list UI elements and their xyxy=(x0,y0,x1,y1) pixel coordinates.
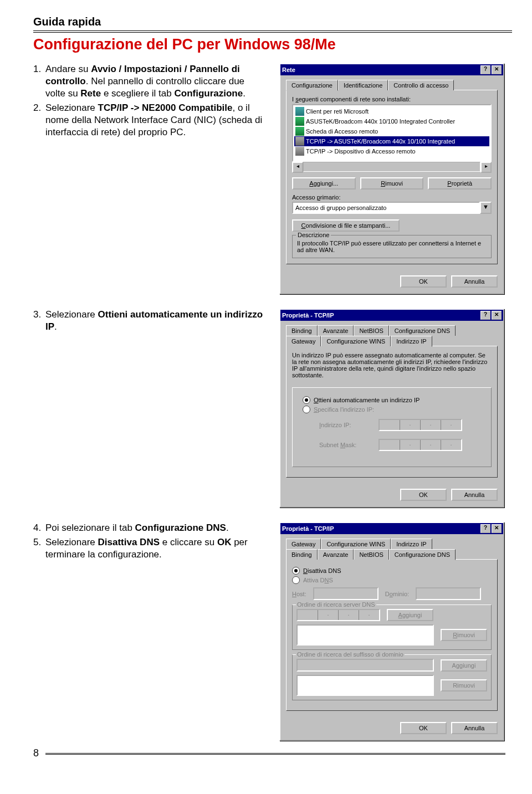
remove-button[interactable]: Rimuovi xyxy=(360,177,424,189)
description-text: Il protocollo TCP/IP può essere utilizza… xyxy=(297,240,487,253)
dialog-tcpip-dns: Proprietà - TCP/IP ? ✕ Gateway Configura… xyxy=(279,522,504,741)
scroll-right[interactable]: ▸ xyxy=(480,162,492,173)
installed-components-label: I seguenti componenti di rete sono insta… xyxy=(292,96,492,103)
dialog-title: Proprietà - TCP/IP xyxy=(282,525,334,532)
nic-icon xyxy=(295,117,304,126)
tab-controllo-accesso[interactable]: Controllo di accesso xyxy=(388,80,454,90)
help-button[interactable]: ? xyxy=(480,311,490,320)
help-button[interactable]: ? xyxy=(480,65,490,74)
dialog-title: Proprietà - TCP/IP xyxy=(282,312,334,319)
subnet-mask-field: ... xyxy=(378,439,462,451)
host-field xyxy=(313,587,378,600)
tab-netbios[interactable]: NetBIOS xyxy=(354,325,388,336)
domain-field xyxy=(416,587,481,600)
step-1: 1.Andare su Avvio / Impostazioni / Panne… xyxy=(33,63,264,100)
dns-remove-button: Rimuovi xyxy=(441,629,487,641)
dns-order-label: Ordine di ricerca server DNS xyxy=(296,601,376,608)
tcpip-icon xyxy=(295,147,304,156)
radio-enable-dns[interactable]: Attiva DNS xyxy=(292,576,492,584)
page-number: 8 xyxy=(33,747,505,759)
ok-button[interactable]: OK xyxy=(400,489,447,501)
close-button[interactable]: ✕ xyxy=(492,524,502,533)
description-label: Descrizione xyxy=(296,232,331,238)
ip-address-field: ... xyxy=(378,419,462,431)
ok-button[interactable]: OK xyxy=(400,275,447,288)
client-icon xyxy=(295,107,304,116)
ip-intro-text: Un indirizzo IP può essere assegnato aut… xyxy=(292,352,492,378)
scroll-left[interactable]: ◂ xyxy=(292,162,303,173)
tab-binding[interactable]: Binding xyxy=(286,325,318,336)
dialog-rete: Rete ? ✕ Configurazione Identificazione … xyxy=(279,63,504,294)
suffix-add-button: Aggiungi xyxy=(441,659,487,672)
primary-access-label: Accesso primario: xyxy=(292,194,492,201)
tab-gateway[interactable]: Gateway xyxy=(286,539,321,549)
tab-binding[interactable]: Binding xyxy=(286,549,318,560)
suffix-field xyxy=(296,659,434,672)
ip-address-label: Indirizzo IP: xyxy=(319,422,372,428)
cancel-button[interactable]: Annulla xyxy=(451,489,498,501)
dns-add-button: Aggiungi xyxy=(387,609,433,621)
tab-indirizzo-ip[interactable]: Indirizzo IP xyxy=(391,336,432,347)
dialog-tcpip-ip: Proprietà - TCP/IP ? ✕ Binding Avanzate … xyxy=(279,309,504,508)
help-button[interactable]: ? xyxy=(480,524,490,533)
host-label: Host: xyxy=(292,591,306,597)
tab-avanzate[interactable]: Avanzate xyxy=(318,549,354,560)
suffix-order-label: Ordine di ricerca del suffisso di domini… xyxy=(296,651,405,658)
cancel-button[interactable]: Annulla xyxy=(451,722,498,734)
suffix-remove-button: Rimuovi xyxy=(441,679,487,691)
primary-access-combo[interactable]: Accesso di gruppo personalizzato ▼ xyxy=(292,202,492,214)
close-button[interactable]: ✕ xyxy=(492,311,502,320)
tab-config-wins[interactable]: Configurazione WINS xyxy=(321,336,391,346)
tab-identificazione[interactable]: Identificazione xyxy=(338,80,388,90)
tab-config-wins[interactable]: Configurazione WINS xyxy=(321,539,391,549)
radio-disable-dns[interactable]: Disattiva DNS xyxy=(292,567,492,575)
dialup-icon xyxy=(295,127,304,136)
tab-configurazione[interactable]: Configurazione xyxy=(286,80,338,91)
dropdown-arrow-icon[interactable]: ▼ xyxy=(480,202,492,214)
subnet-mask-label: Subnet Mask: xyxy=(319,442,372,448)
scroll-track[interactable] xyxy=(303,162,480,172)
dialog-title: Rete xyxy=(282,66,295,73)
dns-ip-field: ... xyxy=(296,609,380,621)
step-3: 3.Selezionare Ottieni automaticamente un… xyxy=(33,309,264,333)
page-header: Guida rapida xyxy=(33,16,512,33)
step-5: 5.Selezionare Disattiva DNS e cliccare s… xyxy=(33,536,264,561)
step-2: 2.Selezionare TCP/IP -> NE2000 Compatibi… xyxy=(33,102,264,139)
step-4: 4.Poi selezionare il tab Configurazione … xyxy=(33,522,264,534)
add-button[interactable]: Aggiungi... xyxy=(292,177,356,189)
tcpip-icon xyxy=(295,137,304,146)
tab-indirizzo-ip[interactable]: Indirizzo IP xyxy=(391,539,432,549)
ok-button[interactable]: OK xyxy=(400,722,447,734)
tab-avanzate[interactable]: Avanzate xyxy=(318,325,354,336)
tab-config-dns[interactable]: Configurazione DNS xyxy=(389,549,456,560)
radio-obtain-auto[interactable]: Ottieni automaticamente un indirizzo IP xyxy=(303,396,481,404)
tab-config-dns[interactable]: Configurazione DNS xyxy=(389,325,456,336)
cancel-button[interactable]: Annulla xyxy=(451,275,498,288)
tab-netbios[interactable]: NetBIOS xyxy=(354,549,388,560)
radio-specify-ip[interactable]: Specifica l'indirizzo IP: xyxy=(303,406,481,413)
close-button[interactable]: ✕ xyxy=(492,65,502,74)
page-title: Configurazione del PC per Windows 98/Me xyxy=(33,36,512,53)
components-listbox[interactable]: Client per reti Microsoft ASUSTeK/Broadc… xyxy=(292,104,492,162)
domain-label: Dominio: xyxy=(385,591,409,597)
properties-button[interactable]: Proprietà xyxy=(428,177,492,189)
tab-gateway[interactable]: Gateway xyxy=(286,336,321,346)
file-sharing-button[interactable]: Condivisione di file e stampanti... xyxy=(292,219,400,232)
